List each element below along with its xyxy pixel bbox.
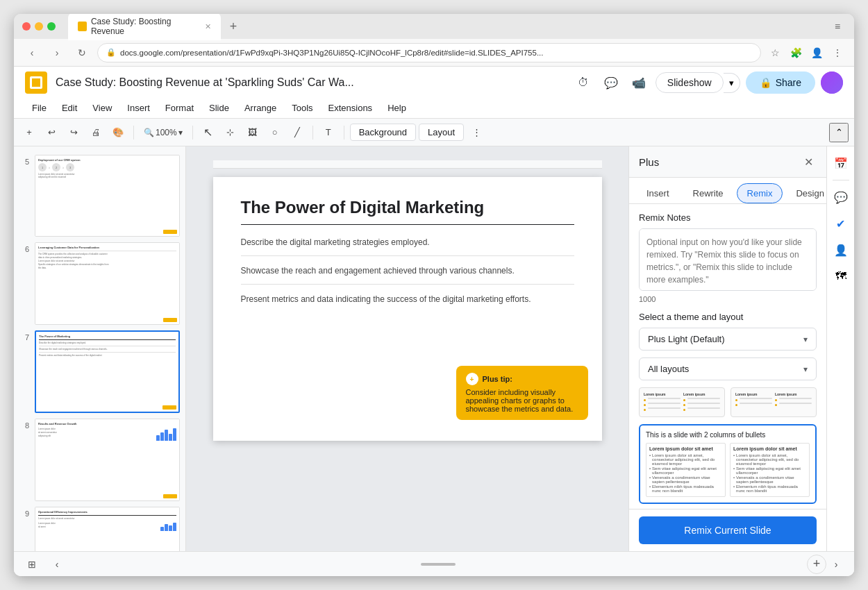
extension-icon[interactable]: 🧩 [787, 44, 804, 61]
slide-num-7: 7 [19, 333, 29, 342]
slide-item-5[interactable]: 5 Deployment of our CRM system 1 › 2 › 3 [14, 152, 185, 239]
check-icon[interactable]: ✔ [830, 212, 852, 235]
browser-window: Case Study: Boosting Revenue ✕ + ≡ ‹ › ↻… [14, 14, 854, 576]
undo-button[interactable]: ↩ [42, 123, 61, 142]
next-panel-button[interactable]: › [826, 555, 846, 574]
zoom-icon: 🔍 [144, 128, 154, 137]
remix-current-slide-button[interactable]: Remix Current Slide [639, 516, 817, 544]
comments-icon[interactable]: 💬 [600, 71, 622, 94]
menu-format[interactable]: Format [158, 100, 201, 116]
back-button[interactable]: ‹ [22, 43, 42, 62]
plus-tip-body: Consider including visually appealing ch… [466, 388, 578, 413]
cursor-tool[interactable]: ↖ [199, 123, 218, 142]
collapse-toolbar-button[interactable]: ⌃ [829, 123, 849, 142]
crm-step-1: 1 [38, 163, 47, 171]
slides-panel: 5 Deployment of our CRM system 1 › 2 › 3 [14, 146, 186, 551]
person-icon[interactable]: 👤 [830, 239, 852, 261]
user-avatar[interactable] [821, 71, 843, 94]
layout-preview-2[interactable]: Lorem ipsum Lorem ipsum [731, 387, 817, 417]
menu-extensions[interactable]: Extensions [322, 100, 380, 116]
menu-help[interactable]: Help [381, 100, 413, 116]
bookmark-icon[interactable]: ☆ [767, 44, 783, 61]
calendar-icon[interactable]: 📅 [830, 152, 852, 174]
text-tool[interactable]: T [319, 123, 338, 142]
select-tool[interactable]: ⊹ [221, 123, 240, 142]
layout-card-1[interactable]: This is a slide with 2 columns of bullet… [639, 424, 817, 504]
maps-icon[interactable]: 🗺 [830, 265, 852, 287]
tab-insert[interactable]: Insert [636, 183, 680, 203]
slide-item-9[interactable]: 9 Operational Efficiency Improvements Lo… [14, 504, 185, 551]
lock-icon: 🔒 [106, 48, 116, 57]
url-bar[interactable]: 🔒 docs.google.com/presentation/d/1FwPd9x… [97, 43, 761, 62]
plus-close-button[interactable]: ✕ [800, 153, 817, 170]
maximize-button[interactable] [47, 22, 56, 31]
add-button[interactable]: + [19, 123, 39, 142]
share-button[interactable]: 🔒 Share [746, 71, 815, 94]
image-tool[interactable]: 🖼 [243, 123, 262, 142]
layout-card-1-content: Lorem ipsum dolor sit amet •Lorem ipsum … [646, 443, 810, 497]
menu-file[interactable]: File [25, 100, 53, 116]
slide-item-6[interactable]: 6 Leveraging Customer Data for Personali… [14, 239, 185, 327]
tab-rewrite[interactable]: Rewrite [683, 183, 734, 203]
menu-tools[interactable]: Tools [285, 100, 319, 116]
prev-slide-button[interactable]: ‹ [47, 555, 67, 574]
plus-tip-header: + Plus tip: [466, 373, 578, 385]
meet-icon[interactable]: 📹 [628, 71, 650, 94]
line-tool[interactable]: ╱ [287, 123, 307, 142]
active-tab[interactable]: Case Study: Boosting Revenue ✕ [68, 14, 221, 40]
profile-icon[interactable]: 👤 [808, 44, 825, 61]
tab-favicon [78, 22, 87, 31]
refresh-button[interactable]: ↻ [72, 43, 92, 62]
menu-edit[interactable]: Edit [55, 100, 84, 116]
slideshow-button[interactable]: Slideshow [656, 72, 724, 93]
scroll-bar [421, 563, 456, 566]
print-button[interactable]: 🖨 [86, 123, 106, 142]
new-tab-button[interactable]: + [224, 17, 243, 36]
lp-two-col-1: Lorem ipsum Lorem ipsum [644, 392, 720, 412]
tab-title: Case Study: Boosting Revenue [91, 17, 198, 36]
background-button[interactable]: Background [350, 124, 416, 141]
theme-dropdown[interactable]: Plus Light (Default) ▾ [639, 328, 817, 351]
redo-button[interactable]: ↪ [64, 123, 83, 142]
slide-num-9: 9 [19, 509, 29, 518]
slide-divider-1 [241, 255, 574, 256]
paint-format-button[interactable]: 🎨 [108, 123, 128, 142]
menu-arrange[interactable]: Arrange [237, 100, 283, 116]
close-button[interactable] [22, 22, 31, 31]
layout-dropdown[interactable]: All layouts ▾ [639, 357, 817, 380]
toolbar-separator-1 [133, 126, 134, 140]
zoom-control[interactable]: 🔍 100% ▾ [140, 126, 187, 139]
header-top: Case Study: Boosting Revenue at 'Sparkli… [25, 67, 843, 99]
slide-thumb-6: Leveraging Customer Data for Personaliza… [35, 243, 179, 323]
menu-insert[interactable]: Insert [120, 100, 157, 116]
lp-col-2: Lorem ipsum [683, 392, 720, 412]
slide-item-7[interactable]: 7 The Power of Marketing Describe the di… [14, 328, 185, 416]
layout-dropdown-value: All layouts [648, 364, 689, 374]
lcc-bullet-1-2: •Sem vitae adipiscing egat elit amet ull… [649, 466, 722, 475]
shape-tool[interactable]: ○ [265, 123, 285, 142]
history-icon[interactable]: ⏱ [572, 71, 594, 94]
toolbar: + ↩ ↪ 🖨 🎨 🔍 100% ▾ ↖ ⊹ 🖼 ○ ╱ T Backgroun… [14, 119, 854, 146]
slide-item-8[interactable]: 8 Results and Revenue Growth Lorem ipsum… [14, 416, 185, 503]
toolbar-separator-3 [312, 126, 313, 140]
remix-notes-input[interactable] [639, 228, 817, 291]
grid-view-button[interactable]: ⊞ [22, 555, 42, 574]
chat-icon[interactable]: 💬 [830, 186, 852, 208]
layout-button[interactable]: Layout [419, 124, 464, 141]
lcc-title-2: Lorem ipsum dolor sit amet [733, 446, 806, 451]
more-icon[interactable]: ⋮ [829, 44, 846, 61]
layout-preview-1[interactable]: Lorem ipsum Lorem ipsum [639, 387, 725, 417]
menu-slide[interactable]: Slide [202, 100, 236, 116]
add-slide-button[interactable]: + [807, 555, 826, 574]
forward-button[interactable]: › [47, 43, 67, 62]
plus-tabs: Insert Rewrite Remix Design [629, 178, 826, 204]
tab-remix[interactable]: Remix [737, 183, 783, 203]
window-menu-icon[interactable]: ≡ [829, 18, 846, 35]
slideshow-dropdown-button[interactable]: ▾ [724, 73, 740, 93]
slide-thumb-5: Deployment of our CRM system 1 › 2 › 3 L… [35, 155, 179, 236]
slide-canvas[interactable]: The Power of Digital Marketing Describe … [213, 177, 602, 441]
more-options-button[interactable]: ⋮ [467, 123, 486, 142]
menu-view[interactable]: View [85, 100, 119, 116]
tab-close-button[interactable]: ✕ [205, 22, 211, 31]
minimize-button[interactable] [35, 22, 43, 31]
